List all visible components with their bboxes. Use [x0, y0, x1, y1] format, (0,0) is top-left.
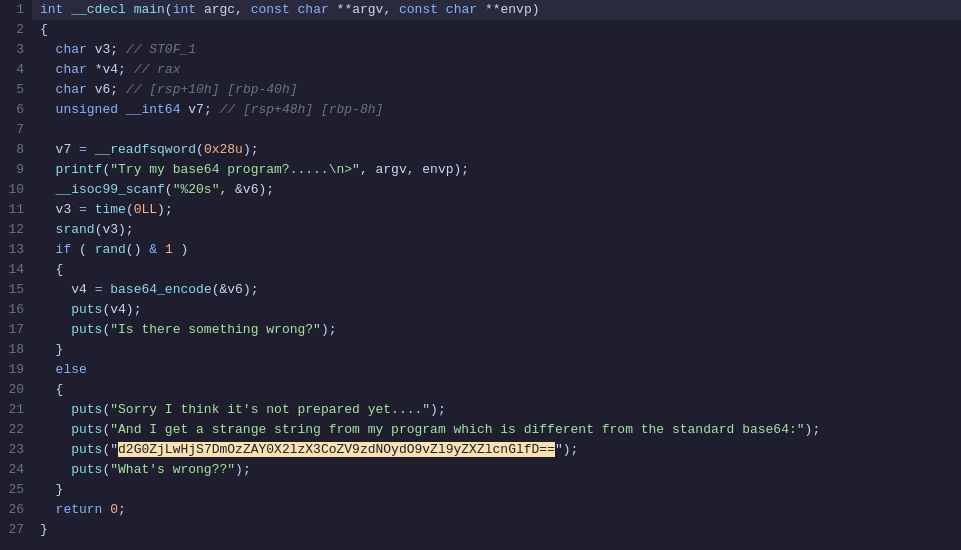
line-num-27: 27	[0, 520, 32, 540]
line-num-16: 16	[0, 300, 32, 320]
line-num-5: 5	[0, 80, 32, 100]
line-num-1: 1	[0, 0, 32, 20]
line-content-27: }	[32, 520, 961, 540]
line-content-23: puts("d2G0ZjLwHjS7DmOzZAY0X2lzX3CoZV9zdN…	[32, 440, 961, 460]
line-num-4: 4	[0, 60, 32, 80]
line-content-5: char v6; // [rsp+10h] [rbp-40h]	[32, 80, 961, 100]
line-num-22: 22	[0, 420, 32, 440]
code-line-22: 22 puts("And I get a strange string from…	[0, 420, 961, 440]
code-line-9: 9 printf("Try my base64 program?.....\n>…	[0, 160, 961, 180]
line-num-17: 17	[0, 320, 32, 340]
code-line-27: 27 }	[0, 520, 961, 540]
line-content-25: }	[32, 480, 961, 500]
line-num-19: 19	[0, 360, 32, 380]
code-line-6: 6 unsigned __int64 v7; // [rsp+48h] [rbp…	[0, 100, 961, 120]
line-num-26: 26	[0, 500, 32, 520]
line-num-18: 18	[0, 340, 32, 360]
line-content-2: {	[32, 20, 961, 40]
line-content-9: printf("Try my base64 program?.....\n>",…	[32, 160, 961, 180]
code-line-3: 3 char v3; // ST0F_1	[0, 40, 961, 60]
line-content-13: if ( rand() & 1 )	[32, 240, 961, 260]
code-line-18: 18 }	[0, 340, 961, 360]
line-num-8: 8	[0, 140, 32, 160]
code-line-2: 2 {	[0, 20, 961, 40]
line-content-20: {	[32, 380, 961, 400]
code-line-19: 19 else	[0, 360, 961, 380]
code-line-11: 11 v3 = time(0LL);	[0, 200, 961, 220]
line-num-14: 14	[0, 260, 32, 280]
line-num-23: 23	[0, 440, 32, 460]
line-num-15: 15	[0, 280, 32, 300]
line-num-25: 25	[0, 480, 32, 500]
line-num-21: 21	[0, 400, 32, 420]
line-content-4: char *v4; // rax	[32, 60, 961, 80]
code-line-10: 10 __isoc99_scanf("%20s", &v6);	[0, 180, 961, 200]
code-line-1: 1 int __cdecl main(int argc, const char …	[0, 0, 961, 20]
line-content-10: __isoc99_scanf("%20s", &v6);	[32, 180, 961, 200]
code-line-4: 4 char *v4; // rax	[0, 60, 961, 80]
line-content-1: int __cdecl main(int argc, const char **…	[32, 0, 961, 20]
line-num-2: 2	[0, 20, 32, 40]
line-content-7	[32, 120, 961, 140]
code-line-16: 16 puts(v4);	[0, 300, 961, 320]
code-editor: 1 int __cdecl main(int argc, const char …	[0, 0, 961, 550]
line-content-11: v3 = time(0LL);	[32, 200, 961, 220]
line-num-3: 3	[0, 40, 32, 60]
code-line-25: 25 }	[0, 480, 961, 500]
code-line-21: 21 puts("Sorry I think it's not prepared…	[0, 400, 961, 420]
line-num-7: 7	[0, 120, 32, 140]
line-num-20: 20	[0, 380, 32, 400]
line-content-15: v4 = base64_encode(&v6);	[32, 280, 961, 300]
line-num-10: 10	[0, 180, 32, 200]
line-content-19: else	[32, 360, 961, 380]
code-line-23: 23 puts("d2G0ZjLwHjS7DmOzZAY0X2lzX3CoZV9…	[0, 440, 961, 460]
line-content-18: }	[32, 340, 961, 360]
line-content-8: v7 = __readfsqword(0x28u);	[32, 140, 961, 160]
code-line-14: 14 {	[0, 260, 961, 280]
line-num-13: 13	[0, 240, 32, 260]
code-line-7: 7	[0, 120, 961, 140]
code-line-12: 12 srand(v3);	[0, 220, 961, 240]
code-line-13: 13 if ( rand() & 1 )	[0, 240, 961, 260]
line-content-12: srand(v3);	[32, 220, 961, 240]
line-content-3: char v3; // ST0F_1	[32, 40, 961, 60]
code-line-17: 17 puts("Is there something wrong?");	[0, 320, 961, 340]
line-num-24: 24	[0, 460, 32, 480]
line-content-14: {	[32, 260, 961, 280]
line-num-9: 9	[0, 160, 32, 180]
line-content-26: return 0;	[32, 500, 961, 520]
line-content-24: puts("What's wrong??");	[32, 460, 961, 480]
code-line-26: 26 return 0;	[0, 500, 961, 520]
code-line-20: 20 {	[0, 380, 961, 400]
code-line-15: 15 v4 = base64_encode(&v6);	[0, 280, 961, 300]
line-num-6: 6	[0, 100, 32, 120]
line-num-12: 12	[0, 220, 32, 240]
code-line-5: 5 char v6; // [rsp+10h] [rbp-40h]	[0, 80, 961, 100]
line-content-22: puts("And I get a strange string from my…	[32, 420, 961, 440]
line-content-6: unsigned __int64 v7; // [rsp+48h] [rbp-8…	[32, 100, 961, 120]
line-content-21: puts("Sorry I think it's not prepared ye…	[32, 400, 961, 420]
code-line-24: 24 puts("What's wrong??");	[0, 460, 961, 480]
line-content-17: puts("Is there something wrong?");	[32, 320, 961, 340]
line-num-11: 11	[0, 200, 32, 220]
code-line-8: 8 v7 = __readfsqword(0x28u);	[0, 140, 961, 160]
line-content-16: puts(v4);	[32, 300, 961, 320]
